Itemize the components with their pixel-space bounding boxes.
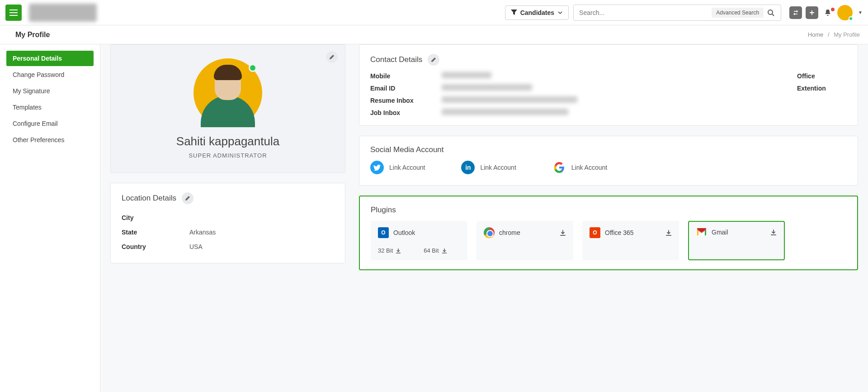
svg-point-3 — [768, 10, 773, 14]
download-icon — [442, 248, 447, 253]
plugins-title: Plugins — [371, 206, 396, 215]
breadcrumb: Home / My Profile — [808, 31, 860, 38]
search-button[interactable] — [764, 9, 778, 16]
state-label: State — [122, 229, 189, 236]
add-button[interactable] — [806, 6, 818, 19]
search-box: Advanced Search — [573, 5, 781, 21]
sidebar-item-my-signature[interactable]: My Signature — [6, 83, 94, 99]
filter-label: Candidates — [520, 9, 554, 16]
notifications-button[interactable] — [822, 9, 834, 17]
country-value: USA — [189, 243, 203, 250]
google-icon — [552, 161, 566, 174]
layout: Personal Details Change Password My Sign… — [0, 44, 868, 392]
download-icon — [770, 229, 777, 235]
plugins-card: Plugins O Outlook 32 Bit 64 Bit — [359, 196, 858, 270]
ext-label: Extention — [797, 85, 847, 92]
swap-icon — [793, 10, 799, 16]
state-value: Arkansas — [189, 229, 216, 236]
svg-line-4 — [772, 14, 774, 16]
sidebar: Personal Details Change Password My Sign… — [0, 44, 100, 392]
right-column: Contact Details Mobile Office Email ID E… — [359, 44, 858, 280]
plus-icon — [809, 10, 815, 16]
outlook-64bit-download[interactable]: 64 Bit — [424, 247, 447, 254]
profile-name: Sahiti kappagantula — [120, 134, 336, 148]
status-indicator — [849, 16, 853, 21]
link-google[interactable]: Link Account — [571, 164, 607, 171]
job-inbox-value — [442, 109, 847, 116]
plugin-chrome-label: chrome — [499, 229, 555, 236]
avatar-caret-icon[interactable]: ▼ — [858, 10, 863, 15]
mobile-value — [442, 72, 793, 80]
profile-avatar — [193, 58, 262, 127]
topbar-actions: ▼ — [789, 5, 863, 20]
edit-contact-button[interactable] — [428, 54, 439, 66]
swap-button[interactable] — [789, 6, 802, 19]
linkedin-icon: in — [461, 161, 475, 174]
svg-rect-0 — [9, 10, 18, 10]
plugin-office365-label: Office 365 — [605, 229, 661, 236]
search-input[interactable] — [579, 9, 712, 16]
download-icon — [560, 229, 566, 236]
edit-location-button[interactable] — [182, 192, 193, 204]
pencil-icon — [431, 57, 436, 62]
country-label: Country — [122, 243, 189, 250]
breadcrumb-current: My Profile — [834, 31, 860, 38]
email-value — [442, 84, 793, 92]
outlook-icon: O — [378, 227, 389, 238]
gmail-download[interactable] — [770, 229, 777, 235]
twitter-icon — [370, 161, 384, 174]
profile-card: Sahiti kappagantula SUPER ADMINISTRATOR — [110, 44, 345, 173]
chrome-icon — [484, 227, 495, 238]
city-label: City — [122, 214, 189, 221]
search-icon — [767, 9, 774, 16]
content: Sahiti kappagantula SUPER ADMINISTRATOR … — [100, 44, 868, 392]
download-icon — [396, 248, 401, 253]
mobile-label: Mobile — [370, 72, 438, 80]
breadcrumb-home[interactable]: Home — [808, 31, 824, 38]
funnel-icon — [511, 10, 517, 16]
breadcrumb-separator: / — [828, 31, 830, 38]
sidebar-item-templates[interactable]: Templates — [6, 100, 94, 115]
svg-rect-2 — [9, 15, 18, 16]
resume-inbox-label: Resume Inbox — [370, 97, 438, 104]
status-indicator — [249, 64, 257, 72]
link-twitter[interactable]: Link Account — [389, 164, 425, 171]
sidebar-item-personal-details[interactable]: Personal Details — [6, 51, 94, 66]
hamburger-icon — [9, 10, 18, 16]
location-card: Location Details City State Arkansas — [110, 183, 345, 263]
contact-card: Contact Details Mobile Office Email ID E… — [359, 44, 858, 126]
notification-dot — [831, 8, 835, 11]
office365-download[interactable] — [665, 229, 672, 236]
link-linkedin[interactable]: Link Account — [480, 164, 516, 171]
outlook-32bit-download[interactable]: 32 Bit — [378, 247, 401, 254]
sidebar-item-change-password[interactable]: Change Password — [6, 67, 94, 82]
gmail-icon — [696, 228, 707, 236]
page-title: My Profile — [15, 31, 50, 39]
edit-profile-button[interactable] — [326, 51, 338, 63]
svg-rect-1 — [9, 12, 18, 13]
location-title: Location Details — [122, 194, 176, 203]
left-column: Sahiti kappagantula SUPER ADMINISTRATOR … — [110, 44, 345, 273]
top-bar: Candidates Advanced Search ▼ — [0, 0, 868, 25]
email-label: Email ID — [370, 85, 438, 92]
profile-role: SUPER ADMINISTRATOR — [120, 152, 336, 159]
chrome-download[interactable] — [560, 229, 566, 236]
resume-inbox-value — [442, 96, 847, 104]
plugin-gmail: Gmail — [688, 221, 785, 260]
office-icon: O — [590, 227, 600, 238]
office-label: Office — [797, 72, 847, 80]
pencil-icon — [185, 196, 190, 201]
menu-button[interactable] — [5, 5, 22, 21]
download-icon — [665, 229, 672, 236]
plugin-outlook-label: Outlook — [393, 229, 460, 236]
social-card: Social Media Account Link Account in Lin… — [359, 136, 858, 186]
plugin-gmail-label: Gmail — [712, 229, 766, 236]
sidebar-item-other-preferences[interactable]: Other Preferences — [6, 132, 94, 148]
plugin-chrome: chrome — [476, 221, 573, 260]
search-filter-dropdown[interactable]: Candidates — [505, 5, 569, 20]
pencil-icon — [329, 54, 335, 60]
sidebar-item-configure-email[interactable]: Configure Email — [6, 116, 94, 131]
user-avatar-menu[interactable] — [837, 5, 853, 20]
brand-logo — [29, 4, 97, 22]
advanced-search-button[interactable]: Advanced Search — [712, 8, 764, 18]
